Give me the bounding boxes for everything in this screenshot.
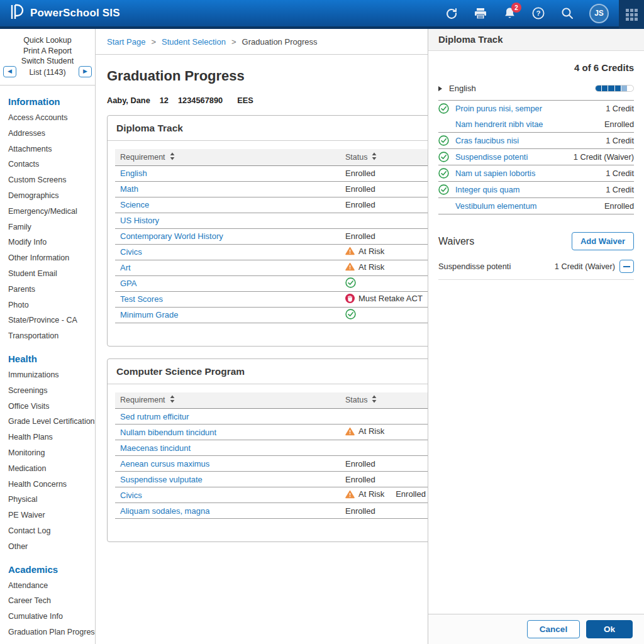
panel-requirement-link-nam-hendrerit-nibh-vitae[interactable]: Nam hendrerit nibh vitae	[455, 119, 604, 129]
requirement-link-civics[interactable]: Civics	[120, 247, 142, 257]
sidebar-item-screenings[interactable]: Screenings	[8, 383, 95, 399]
sidebar-item-parents[interactable]: Parents	[8, 282, 95, 297]
status-text: Enrolled	[345, 459, 375, 469]
ok-button[interactable]: Ok	[586, 620, 633, 638]
sidebar-link-print-a-report[interactable]: Print A Report	[0, 46, 95, 57]
requirement-link-contemporary-world-history[interactable]: Contemporary World History	[120, 231, 223, 241]
cancel-button[interactable]: Cancel	[527, 620, 580, 638]
requirement-cell: Civics	[115, 244, 340, 260]
sidebar-item-demographics[interactable]: Demographics	[8, 188, 95, 204]
sidebar-item-graduation-plan-selection[interactable]: Graduation Plan Selection	[8, 640, 95, 644]
panel-footer: Cancel Ok	[428, 614, 644, 644]
complete-check-icon	[345, 277, 356, 288]
status-content: Enrolled	[345, 506, 375, 516]
prev-student-button[interactable]: ◀	[3, 66, 16, 77]
waiver-value: 1 Credit (Waiver)	[555, 262, 615, 271]
requirement-link-sed-rutrum-efficitur[interactable]: Sed rutrum efficitur	[120, 412, 189, 421]
svg-text:?: ?	[536, 9, 540, 17]
panel-title: Diploma Track	[428, 29, 644, 51]
sidebar-item-pe-waiver[interactable]: PE Waiver	[8, 508, 95, 523]
requirement-link-aliquam-sodales-magna[interactable]: Aliquam sodales, magna	[120, 506, 209, 516]
column-sort-requirement[interactable]: Requirement	[120, 152, 175, 162]
sidebar-item-photo[interactable]: Photo	[8, 297, 95, 313]
sync-icon[interactable]	[445, 6, 458, 20]
add-waiver-button[interactable]: Add Waiver	[572, 232, 634, 250]
status-text: Enrolled	[345, 200, 375, 209]
requirement-link-nullam-bibendum-tincidunt[interactable]: Nullam bibendum tincidunt	[120, 428, 216, 437]
status-content: Enrolled	[345, 459, 375, 469]
requirement-link-science[interactable]: Science	[120, 200, 149, 209]
avatar[interactable]: JS	[589, 4, 609, 23]
breadcrumb-current: Graduation Progress	[242, 37, 318, 47]
group-english-row[interactable]: English	[438, 84, 634, 100]
column-label: Status	[345, 396, 367, 404]
waiver-label: Suspendisse potenti	[438, 262, 555, 271]
sidebar-item-custom-screens[interactable]: Custom Screens	[8, 172, 95, 188]
sidebar-item-contacts[interactable]: Contacts	[8, 157, 95, 172]
panel-requirement-link-vestibulum-elementum[interactable]: Vestibulum elementum	[455, 201, 604, 211]
app-title: PowerSchool SIS	[30, 7, 120, 19]
sidebar-item-immunizations[interactable]: Immunizations	[8, 367, 95, 383]
sidebar-item-access-accounts[interactable]: Access Accounts	[8, 110, 95, 126]
sidebar-item-family[interactable]: Family	[8, 219, 95, 235]
progress-segment	[596, 86, 602, 91]
requirement-link-minimum-grade[interactable]: Minimum Grade	[120, 310, 178, 319]
notifications-icon[interactable]: 2	[502, 6, 516, 20]
requirement-link-us-history[interactable]: US History	[120, 216, 159, 225]
requirement-link-aenean-cursus-maximus[interactable]: Aenean cursus maximus	[120, 459, 209, 469]
panel-requirement-link-cras-faucibus-nisi[interactable]: Cras faucibus nisi	[455, 136, 606, 145]
requirement-link-english[interactable]: English	[120, 169, 147, 178]
help-icon[interactable]: ?	[531, 6, 545, 20]
sidebar-item-state-province-ca[interactable]: State/Province - CA	[8, 313, 95, 328]
panel-requirement-link-proin-purus-nisi-semper[interactable]: Proin purus nisi, semper	[455, 104, 606, 113]
sidebar-item-health-concerns[interactable]: Health Concerns	[8, 477, 95, 492]
column-header-requirement: Requirement	[115, 149, 340, 165]
progress-segment	[628, 86, 633, 91]
print-icon[interactable]	[474, 6, 487, 20]
requirement-link-test-scores[interactable]: Test Scores	[120, 294, 163, 304]
top-nav-bottom-strip	[0, 26, 644, 29]
panel-requirement-link-suspendisse-potenti[interactable]: Suspendisse potenti	[455, 152, 574, 162]
sidebar-item-contact-log[interactable]: Contact Log	[8, 523, 95, 539]
breadcrumb-link-start-page[interactable]: Start Page	[107, 37, 145, 47]
sidebar-item-graduation-plan-progress[interactable]: Graduation Plan Progress	[8, 625, 95, 640]
sidebar-item-other[interactable]: Other	[8, 539, 95, 555]
sidebar-item-grade-level-certifications[interactable]: Grade Level Certifications	[8, 414, 95, 430]
sidebar-item-cumulative-info[interactable]: Cumulative Info	[8, 609, 95, 625]
requirement-link-art[interactable]: Art	[120, 263, 131, 272]
apps-grid-icon[interactable]	[619, 0, 644, 29]
sidebar-item-health-plans[interactable]: Health Plans	[8, 430, 95, 445]
status-text: At Risk	[358, 426, 384, 436]
panel-requirement-link-nam-ut-sapien-lobortis[interactable]: Nam ut sapien lobortis	[455, 169, 606, 178]
breadcrumb-link-student-selection[interactable]: Student Selection	[162, 37, 226, 47]
next-student-button[interactable]: ▶	[79, 66, 92, 77]
column-sort-status[interactable]: Status	[345, 395, 377, 405]
sidebar-link-switch-student[interactable]: Switch Student	[0, 56, 95, 67]
sidebar-item-attendance[interactable]: Attendance	[8, 578, 95, 594]
column-sort-status[interactable]: Status	[345, 152, 377, 162]
requirement-link-maecenas-tincidunt[interactable]: Maecenas tincidunt	[120, 443, 191, 453]
sidebar-link-quick-lookup[interactable]: Quick Lookup	[0, 35, 95, 46]
requirement-link-suspendisse-vulputate[interactable]: Suspendisse vulputate	[120, 475, 203, 484]
search-icon[interactable]	[560, 6, 574, 20]
sidebar-item-attachments[interactable]: Attachments	[8, 142, 95, 157]
sidebar-item-monitoring[interactable]: Monitoring	[8, 445, 95, 461]
sidebar-item-other-information[interactable]: Other Information	[8, 250, 95, 266]
requirement-link-civics[interactable]: Civics	[120, 491, 142, 500]
remove-waiver-button[interactable]	[619, 260, 634, 273]
sidebar-item-transportation[interactable]: Transportation	[8, 328, 95, 344]
sidebar-item-addresses[interactable]: Addresses	[8, 126, 95, 142]
sidebar-item-physical[interactable]: Physical	[8, 492, 95, 508]
sidebar-item-emergency-medical[interactable]: Emergency/Medical	[8, 204, 95, 219]
requirement-link-gpa[interactable]: GPA	[120, 279, 137, 288]
student-list-label[interactable]: List (1143)	[29, 68, 65, 77]
sidebar-item-medication[interactable]: Medication	[8, 461, 95, 477]
sidebar-item-office-visits[interactable]: Office Visits	[8, 399, 95, 414]
panel-requirement-link-integer-quis-quam[interactable]: Integer quis quam	[455, 185, 606, 194]
sidebar-item-career-tech[interactable]: Career Tech	[8, 593, 95, 609]
sidebar-item-student-email[interactable]: Student Email	[8, 266, 95, 282]
sidebar-item-modify-info[interactable]: Modify Info	[8, 235, 95, 250]
requirement-link-math[interactable]: Math	[120, 184, 138, 194]
column-sort-requirement[interactable]: Requirement	[120, 395, 175, 405]
status-content: Must Retake ACT	[345, 294, 423, 303]
